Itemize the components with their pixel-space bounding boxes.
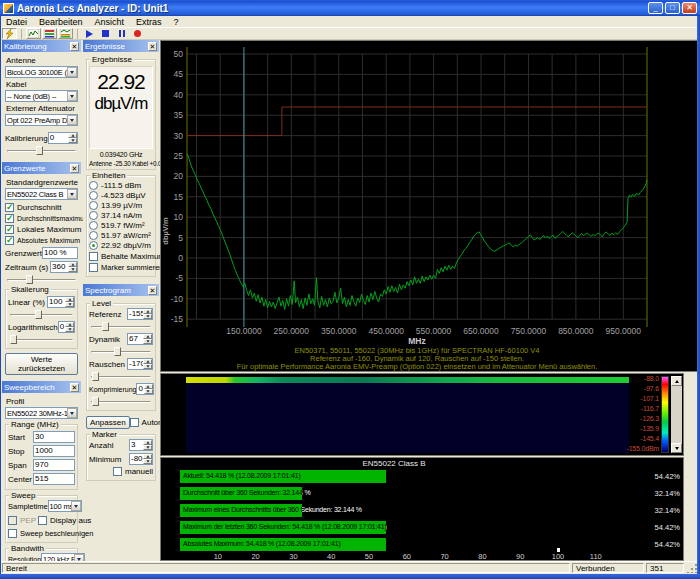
panel-header-spectrogram[interactable]: Spectrogram ✕ — [83, 284, 159, 296]
svg-text:950.0000: 950.0000 — [606, 326, 642, 336]
menu-datei[interactable]: Datei — [0, 16, 33, 27]
scale-label: -88.0 — [623, 375, 659, 383]
record-button[interactable] — [130, 28, 145, 39]
close-panel-icon[interactable]: ✕ — [70, 42, 79, 51]
sweep-beschleunigen-checkbox[interactable]: Sweep beschleunigen — [8, 529, 75, 538]
stop-button[interactable] — [98, 28, 113, 39]
anpassen-button[interactable]: Anpassen — [86, 416, 130, 429]
spin-down-icon[interactable] — [65, 302, 74, 307]
svg-text:25: 25 — [174, 151, 184, 161]
manuell-checkbox[interactable]: manuell — [89, 467, 153, 476]
grenzwerte-check-0[interactable]: Durchschnitt — [5, 203, 78, 212]
spin-down-icon[interactable] — [143, 364, 152, 369]
referenz-stepper[interactable]: -155 — [127, 308, 153, 320]
center-field[interactable]: 515 — [33, 473, 75, 485]
title-bar[interactable]: Aaronia Lcs Analyzer - ID: Unit1 _ □ ✕ — [0, 0, 700, 16]
unit-option-6[interactable]: 22.92 dbµV/m — [89, 241, 153, 250]
zeitraum-slider[interactable] — [7, 275, 76, 284]
maximize-button[interactable]: □ — [665, 2, 680, 14]
checkbox-label: Durchschnitt — [17, 203, 61, 212]
unit-option-5[interactable]: 51.97 aW/cm² — [89, 231, 153, 240]
linear-slider[interactable] — [10, 310, 73, 319]
bar-axis-tick: 90 — [510, 552, 530, 561]
behalte-maximum-checkbox[interactable]: Behalte Maximum — [89, 252, 153, 261]
panel-header-sweepbereich[interactable]: Sweepbereich ✕ — [2, 381, 81, 393]
spectrum-view-button[interactable] — [26, 28, 41, 39]
start-field[interactable]: 30 — [33, 431, 75, 443]
stop-label: Stop — [8, 447, 24, 456]
anzahl-stepper[interactable]: 3 — [129, 439, 153, 451]
externer-attenuator-select[interactable]: Opt 022 PreAmp DC-10 — [5, 114, 78, 126]
referenz-slider[interactable] — [91, 322, 151, 331]
dynamik-stepper[interactable]: 67 — [127, 333, 153, 345]
close-panel-icon[interactable]: ✕ — [148, 286, 157, 295]
minimum-stepper[interactable]: -80 — [129, 453, 153, 465]
spin-down-icon[interactable] — [143, 314, 152, 319]
kalibrierung-slider[interactable] — [7, 146, 76, 155]
spin-down-icon[interactable] — [143, 445, 152, 450]
sampletime-select[interactable]: 100 ms — [48, 500, 82, 512]
unit-option-1[interactable]: -4.523 dBµV — [89, 191, 153, 200]
rauschen-stepper[interactable]: -170 — [127, 358, 153, 370]
kalibrierung-stepper[interactable]: 0 — [48, 132, 78, 144]
pause-button[interactable] — [114, 28, 129, 39]
grenzwert-field[interactable]: 100 % — [42, 247, 78, 259]
unit-option-0[interactable]: -111.5 dBm — [89, 181, 153, 190]
rauschen-slider[interactable] — [91, 372, 151, 381]
close-panel-icon[interactable]: ✕ — [148, 42, 157, 51]
logarithmisch-stepper[interactable]: 0 — [58, 321, 75, 333]
connect-button[interactable] — [2, 28, 17, 39]
unit-option-2[interactable]: 13.99 µV/m — [89, 201, 153, 210]
spin-down-icon[interactable] — [143, 339, 152, 344]
unit-option-3[interactable]: 37.14 nA/m — [89, 211, 153, 220]
spin-down-icon[interactable] — [143, 459, 152, 464]
unit-option-4[interactable]: 519.7 fW/m² — [89, 221, 153, 230]
spin-down-icon[interactable] — [68, 138, 77, 143]
close-panel-icon[interactable]: ✕ — [70, 164, 79, 173]
spectrogram-scrollbar[interactable] — [671, 376, 682, 453]
sweep-group-label: Sweep — [9, 491, 37, 500]
standardgrenzwerte-select[interactable]: EN55022 Class B — [5, 188, 78, 200]
span-field[interactable]: 970 — [33, 459, 75, 471]
zeitraum-stepper[interactable]: 360 — [50, 261, 78, 273]
grenzwerte-check-1[interactable]: Durchschnittsmaximum — [5, 214, 78, 223]
menu-bearbeiten[interactable]: Bearbeiten — [33, 16, 89, 27]
minimize-button[interactable]: _ — [648, 2, 663, 14]
kabel-select[interactable]: -- None (0dB) -- — [5, 90, 78, 102]
spin-down-icon[interactable] — [68, 267, 77, 272]
komprimierung-stepper[interactable]: 0 — [136, 383, 153, 395]
spin-down-icon[interactable] — [144, 389, 153, 394]
split-view-button[interactable] — [58, 28, 73, 39]
menu-ansicht[interactable]: Ansicht — [89, 16, 131, 27]
grenzwerte-check-3[interactable]: Absolutes Maximum — [5, 236, 78, 245]
limit-bar: Maximum eines Durchschnitts über 360 Sek… — [180, 504, 302, 517]
menu-extras[interactable]: Extras — [130, 16, 168, 27]
spin-down-icon[interactable] — [65, 327, 74, 332]
bar-axis-tick: 30 — [283, 552, 303, 561]
close-button[interactable]: ✕ — [682, 2, 697, 14]
panel-grenzwerte: Grenzwerte ✕ Standardgrenzwerte EN55022 … — [2, 162, 81, 377]
pep-checkbox[interactable]: PEP — [8, 516, 36, 525]
panel-header-grenzwerte[interactable]: Grenzwerte ✕ — [2, 162, 81, 174]
marker-summieren-checkbox[interactable]: Marker summieren — [89, 263, 153, 272]
scroll-down-icon[interactable] — [671, 443, 682, 453]
spectrogram-view-button[interactable] — [42, 28, 57, 39]
logarithmisch-slider[interactable] — [10, 335, 73, 344]
play-button[interactable] — [82, 28, 97, 39]
werte-zuruecksetzen-button[interactable]: Werte zurücksetzen — [5, 353, 78, 375]
stop-field[interactable]: 1000 — [33, 445, 75, 457]
panel-header-kalibrierung[interactable]: Kalibrierung ✕ — [2, 40, 81, 52]
grenzwerte-check-2[interactable]: Lokales Maximum — [5, 225, 78, 234]
grenzwert-label: Grenzwert — [5, 249, 42, 258]
profil-select[interactable]: EN55022 30MHz-1GH — [5, 407, 78, 419]
linear-stepper[interactable]: 100 — [47, 296, 75, 308]
menu-help[interactable]: ? — [168, 16, 185, 27]
scroll-up-icon[interactable] — [671, 376, 682, 386]
dynamik-slider[interactable] — [91, 347, 151, 356]
close-panel-icon[interactable]: ✕ — [70, 383, 79, 392]
bar-axis-tick: 60 — [397, 552, 417, 561]
komprimierung-slider[interactable] — [91, 397, 151, 406]
panel-header-ergebnisse[interactable]: Ergebnisse ✕ — [83, 40, 159, 52]
logarithmisch-label: Logarithmisch — [8, 323, 58, 332]
antenne-select[interactable]: BicoLOG 30100E (20M — [5, 66, 78, 78]
